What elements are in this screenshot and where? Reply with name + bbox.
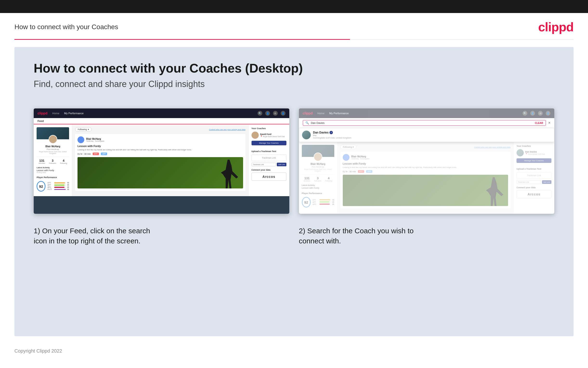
manage-coaches-button-right[interactable]: Manage Your Coaches [517, 158, 551, 163]
result-club: Sunningdale Golf Club, United Kingdom [313, 137, 351, 139]
result-name: Dan Davies ✓ [313, 131, 351, 134]
trackman-input-row: Add Link [252, 163, 286, 166]
arccos-box: Arccos [252, 173, 286, 181]
search-icon[interactable]: 🔍 [257, 111, 262, 116]
top-bar [0, 0, 588, 13]
following-button[interactable]: Following ▾ [75, 127, 92, 132]
lesson-photo [78, 157, 243, 188]
search-overlay-bar: 🔍 Dan Davies CLEAR × [299, 118, 554, 128]
screenshots-row: clippd Home My Performance 🔍 👤 ⚙ 👤 Feed [34, 109, 554, 214]
manage-coaches-button[interactable]: Manage Your Coaches [252, 141, 286, 145]
close-search-button[interactable]: × [548, 121, 551, 125]
page-title: How to connect with your Coaches [14, 23, 118, 31]
profile-cover [37, 127, 69, 139]
lesson-user-name: Blair McHarg [86, 138, 105, 140]
bar-app: APP 85 [47, 184, 69, 186]
app-nav-logo: clippd [37, 111, 47, 115]
following-row: Following ▾ Control who can see your act… [75, 127, 246, 132]
coaches-panel-left: Your Coaches David Ford 📍 Royal North De… [248, 124, 289, 196]
tag-app: APP [101, 153, 107, 155]
right-app-nav: clippd Home My Performance 🔍 👤 ⚙ 👤 [299, 109, 554, 118]
profile-sidebar: Blair McHarg Plus Handicap Royal North D… [34, 124, 72, 196]
nav-home[interactable]: Home [52, 112, 59, 115]
lesson-card: Blair McHarg Yesterday · Sunningdale Les… [75, 134, 246, 191]
result-role: Pro [313, 134, 351, 137]
screenshot-right: clippd Home My Performance 🔍 👤 ⚙ 👤 🔍 Dan… [299, 109, 554, 214]
profile-club: Royal North Devon Golf Club, United King… [37, 151, 69, 154]
quality-score: 92 [37, 181, 45, 192]
control-link[interactable]: Control who can see your activity and da… [209, 129, 246, 131]
caption-row: 1) On your Feed, click on the searchicon… [34, 226, 554, 246]
right-app-body-dimmed: Blair McHarg Plus Handicap Royal North D… [299, 142, 554, 214]
connect-data-title: Connect your data [252, 169, 286, 171]
app-nav: clippd Home My Performance 🔍 👤 ⚙ 👤 [34, 109, 289, 118]
stat-activities: 131 Activities [38, 159, 45, 164]
upload-section: Upload a Trackman Test Trackman Link Add… [252, 150, 286, 166]
result-avatar [302, 131, 311, 139]
feed-tab[interactable]: Feed [34, 118, 289, 124]
footer: Copyright Clippd 2022 [0, 343, 588, 359]
main-content: How to connect with your Coaches (Deskto… [14, 47, 574, 336]
trackman-box: Trackman Link [252, 155, 286, 161]
bar-arg: ARG 86 [47, 186, 69, 188]
coach-name: David Ford [260, 133, 285, 135]
pin-icon: 📍 [260, 135, 263, 138]
mock-app-left: clippd Home My Performance 🔍 👤 ⚙ 👤 Feed [34, 109, 289, 196]
coach-club: 📍 Royal North Devon Golf Club [260, 135, 285, 138]
lesson-title: Lesson with Fordy [78, 145, 243, 147]
header-divider [14, 39, 574, 40]
header: How to connect with your Coaches clippd [0, 13, 588, 39]
add-link-button[interactable]: Add Link [277, 163, 286, 166]
stat-followers: 3 Followers [49, 159, 56, 164]
section-title: How to connect with your Coaches (Deskto… [34, 61, 554, 75]
verified-badge: ✓ [330, 131, 333, 134]
settings-icon-right[interactable]: ⚙ [538, 111, 543, 116]
stat-bars: OTT 90 APP 85 ARG [47, 182, 69, 191]
add-link-button-right[interactable]: Add Link [542, 180, 551, 184]
profile-icon-right[interactable]: 👤 [530, 111, 535, 116]
caption-left-text: 1) On your Feed, click on the searchicon… [34, 226, 289, 246]
latest-activity: Latest Activity Lesson with Fordy 03 Aug… [37, 166, 69, 173]
search-result-item[interactable]: Dan Davies ✓ Pro Sunningdale Golf Club, … [302, 131, 551, 139]
search-icon-right[interactable]: 🔍 [523, 111, 527, 116]
settings-icon[interactable]: ⚙ [273, 111, 278, 116]
profile-avatar [49, 135, 57, 144]
golfer-silhouette [219, 159, 238, 188]
lesson-desc: Looking to feel like my hands are exitin… [78, 148, 243, 151]
nav-icons: 🔍 👤 ⚙ 👤 [257, 111, 285, 116]
lesson-user-sub: Yesterday · Sunningdale [86, 140, 105, 142]
stat-following: 4 Following [60, 159, 67, 164]
tag-ott: OTT [93, 153, 99, 155]
section-subtitle: Find, connect and share your Clippd insi… [34, 79, 554, 89]
coach-avatar [252, 132, 259, 139]
profile-icon[interactable]: 👤 [265, 111, 270, 116]
search-query-text: Dan Davies [311, 121, 533, 124]
lesson-user-avatar [78, 136, 84, 143]
trackman-input[interactable] [252, 163, 276, 166]
search-icon-overlay: 🔍 [306, 121, 309, 125]
feed-main: Following ▾ Control who can see your act… [72, 124, 248, 196]
trackman-input-right[interactable] [517, 180, 541, 184]
caption-right-text: 2) Search for the Coach you wish toconne… [299, 226, 554, 246]
profile-name: Blair McHarg [37, 145, 69, 148]
screenshot-left: clippd Home My Performance 🔍 👤 ⚙ 👤 Feed [34, 109, 289, 214]
caption-left: 1) On your Feed, click on the searchicon… [34, 226, 289, 246]
mock-app-right: clippd Home My Performance 🔍 👤 ⚙ 👤 🔍 Dan… [299, 109, 554, 214]
coach-item: David Ford 📍 Royal North Devon Golf Club [252, 132, 286, 139]
upload-title: Upload a Trackman Test [252, 150, 286, 153]
user-avatar-icon-right[interactable]: 👤 [546, 111, 551, 116]
user-avatar-icon[interactable]: 👤 [281, 111, 285, 116]
coaches-title: Your Coaches [252, 127, 286, 130]
duration-row: 01 hr : 30 min OTT APP [78, 153, 243, 155]
copyright-text: Copyright Clippd 2022 [14, 348, 62, 354]
app-body: Blair McHarg Plus Handicap Royal North D… [34, 124, 289, 196]
search-result-dropdown: Dan Davies ✓ Pro Sunningdale Golf Club, … [299, 128, 554, 142]
clear-button[interactable]: CLEAR [535, 122, 543, 124]
bar-putt: PUTT 96 [47, 188, 69, 190]
clippd-logo: clippd [538, 20, 574, 34]
profile-handicap: Plus Handicap [37, 148, 69, 150]
profile-stats: 131 Activities 3 Followers 4 Following [37, 157, 69, 164]
player-perf-label: Player Performance [37, 176, 69, 179]
nav-my-performance[interactable]: My Performance [64, 112, 84, 115]
caption-right: 2) Search for the Coach you wish toconne… [299, 226, 554, 246]
